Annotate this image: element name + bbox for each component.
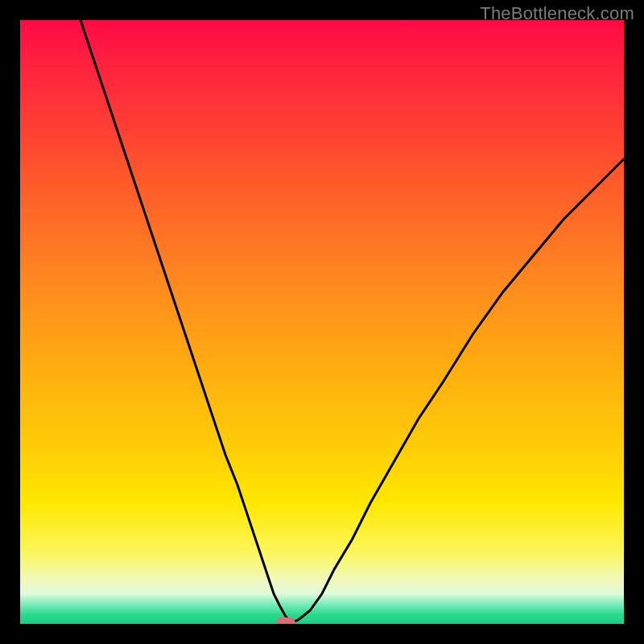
bottleneck-curve bbox=[20, 20, 624, 624]
optimal-point-marker bbox=[276, 617, 295, 625]
plot-area bbox=[20, 20, 624, 624]
chart-frame: TheBottleneck.com bbox=[0, 0, 644, 644]
